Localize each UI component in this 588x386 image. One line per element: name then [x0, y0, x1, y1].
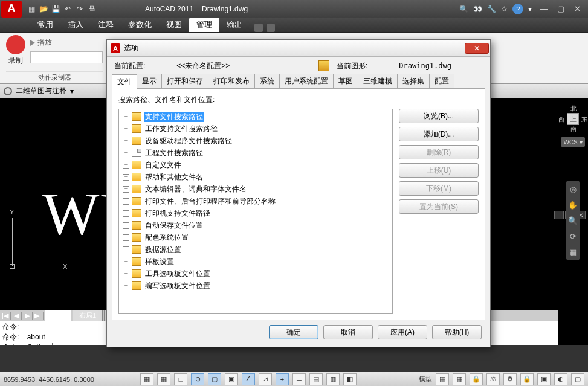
qat-undo-icon[interactable]: ↶ [63, 4, 73, 14]
status-tpy-button[interactable]: ▤ [309, 373, 323, 385]
help-dropdown-icon[interactable]: ▾ [528, 5, 532, 13]
dialog-tab-files[interactable]: 文件 [112, 74, 137, 89]
dialog-tab-profiles[interactable]: 配置 [429, 74, 454, 88]
status-grid-button[interactable]: ▦ [157, 373, 170, 385]
tree-node[interactable]: +配色系统位置 [120, 231, 391, 243]
status-ortho-button[interactable]: ∟ [174, 373, 187, 385]
tree-node[interactable]: +支持文件搜索路径 [120, 111, 391, 123]
status-annovis-button[interactable]: ⚖ [486, 373, 500, 385]
nav-wheel-icon[interactable]: ◎ [568, 184, 578, 194]
tree-node[interactable]: +打印机支持文件路径 [120, 207, 391, 219]
dialog-close-button[interactable]: ✕ [465, 43, 489, 54]
nav-zoom-icon[interactable]: 🔍 [568, 216, 578, 225]
qat-save-icon[interactable]: 💾 [51, 4, 60, 14]
dialog-tab-display[interactable]: 显示 [137, 74, 162, 88]
close-button[interactable]: ✕ [570, 4, 584, 13]
play-button[interactable]: 播放 [30, 37, 103, 48]
dialog-tab-system[interactable]: 系统 [254, 74, 280, 88]
ribbon-extra-icon[interactable] [254, 24, 263, 32]
status-toolbar-button[interactable]: 🔒 [520, 373, 534, 385]
infocenter-search-icon[interactable]: 🔍 [459, 5, 468, 13]
tree-node[interactable]: +设备驱动程序文件搜索路径 [120, 135, 391, 147]
tree-node[interactable]: +工具选项板文件位置 [120, 268, 391, 280]
status-dyn-button[interactable]: + [276, 373, 289, 385]
status-sc-button[interactable]: ◧ [343, 373, 357, 385]
expand-icon[interactable]: + [123, 162, 129, 169]
status-qp-button[interactable]: ▥ [326, 373, 340, 385]
ribbon-tab[interactable]: 注释 [91, 18, 121, 32]
qat-print-icon[interactable]: 🖶 [87, 4, 97, 14]
infocenter-key-icon[interactable]: 🔧 [487, 5, 496, 13]
expand-icon[interactable]: + [123, 174, 129, 181]
wcs-dropdown[interactable]: WCS ▾ [561, 137, 585, 147]
expand-icon[interactable]: + [123, 234, 129, 241]
ribbon-tab[interactable]: 常用 [30, 18, 60, 32]
expand-icon[interactable]: + [123, 114, 129, 120]
infocenter-star-icon[interactable]: ☆ [501, 5, 508, 13]
file-paths-tree[interactable]: +支持文件搜索路径+工作支持文件搜索路径+设备驱动程序文件搜索路径+工程文件搜索… [118, 109, 393, 314]
ribbon-tab[interactable]: 视图 [159, 18, 189, 32]
dialog-tab-drafting[interactable]: 草图 [333, 74, 358, 88]
cancel-button[interactable]: 取消 [323, 325, 373, 339]
tree-node[interactable]: +工作支持文件搜索路径 [120, 123, 391, 135]
qat-new-icon[interactable]: ▦ [27, 4, 36, 14]
record-button[interactable]: 录制 [6, 35, 25, 66]
viewcube[interactable]: 北 南 东 西 上 [558, 105, 587, 133]
tree-node[interactable]: +自动保存文件位置 [120, 219, 391, 231]
ribbon-tab-active[interactable]: 管理 [189, 18, 219, 32]
status-isolate-button[interactable]: ◐ [554, 373, 567, 385]
ribbon-tab[interactable]: 插入 [60, 18, 91, 32]
status-quickview-button[interactable]: ▦ [453, 373, 466, 385]
tree-node[interactable]: +文本编辑器、词典和字体文件名 [120, 183, 391, 195]
status-layout-button[interactable]: ▦ [436, 373, 449, 385]
movedown-button[interactable]: 下移(M) [399, 181, 479, 196]
dialog-tab-opensave[interactable]: 打开和保存 [161, 74, 208, 88]
action-select[interactable] [30, 51, 103, 63]
status-lwt-button[interactable]: ═ [292, 373, 306, 385]
minimize-button[interactable]: ― [537, 4, 551, 13]
expand-icon[interactable]: + [123, 210, 129, 217]
browse-button[interactable]: 浏览(B)... [399, 109, 479, 123]
tree-node[interactable]: +数据源位置 [120, 243, 391, 256]
expand-icon[interactable]: + [123, 186, 129, 193]
expand-icon[interactable]: + [123, 138, 129, 144]
tree-node[interactable]: +自定义文件 [120, 159, 391, 171]
status-ws-button[interactable]: ⚙ [503, 373, 517, 385]
setcurrent-button[interactable]: 置为当前(S) [399, 199, 479, 214]
tab-nav-prev[interactable]: ◀ [11, 312, 22, 320]
expand-icon[interactable]: + [123, 150, 129, 156]
gear-icon[interactable] [4, 87, 12, 95]
expand-icon[interactable]: + [123, 283, 129, 289]
viewcube-face[interactable]: 上 [567, 113, 579, 125]
dialog-tab-selection[interactable]: 选择集 [397, 74, 430, 88]
expand-icon[interactable]: + [123, 246, 129, 253]
status-3dosnap-button[interactable]: ▣ [225, 373, 238, 385]
nav-pan-icon[interactable]: ✋ [568, 200, 578, 210]
tree-node[interactable]: +工程文件搜索路径 [120, 147, 391, 159]
workspace-label[interactable]: 二维草图与注释 [16, 86, 66, 96]
tab-layout1[interactable]: 布局1 [73, 310, 103, 321]
nav-showmotion-icon[interactable]: ▦ [568, 247, 578, 257]
tree-node[interactable]: +帮助和其他文件名 [120, 171, 391, 183]
status-osnap-button[interactable]: ▢ [208, 373, 221, 385]
tab-nav-last[interactable]: ▶| [33, 312, 44, 320]
status-snap-button[interactable]: ▦ [140, 373, 153, 385]
tree-node[interactable]: +打印文件、后台打印程序和前导部分名称 [120, 195, 391, 207]
nav-orbit-icon[interactable]: ⟳ [568, 231, 578, 241]
ribbon-tab[interactable]: 参数化 [121, 18, 159, 32]
dialog-tab-3dmodel[interactable]: 三维建模 [358, 74, 398, 88]
qat-open-icon[interactable]: 📂 [39, 4, 48, 14]
ribbon-minimize-icon[interactable] [267, 24, 275, 32]
status-annoscale-button[interactable]: 🔒 [470, 373, 483, 385]
moveup-button[interactable]: 上移(U) [399, 163, 479, 178]
ribbon-tab[interactable]: 输出 [219, 18, 250, 32]
ok-button[interactable]: 确定 [269, 325, 318, 339]
chevron-down-icon[interactable]: ▾ [70, 87, 74, 95]
status-otrack-button[interactable]: ∠ [242, 373, 255, 385]
tree-node[interactable]: +编写选项板文件位置 [120, 280, 391, 292]
status-hardware-button[interactable]: ▣ [537, 373, 551, 385]
expand-icon[interactable]: + [123, 198, 129, 205]
help-icon[interactable]: ? [512, 4, 523, 14]
expand-icon[interactable]: + [123, 259, 129, 265]
qat-redo-icon[interactable]: ↷ [75, 4, 85, 14]
